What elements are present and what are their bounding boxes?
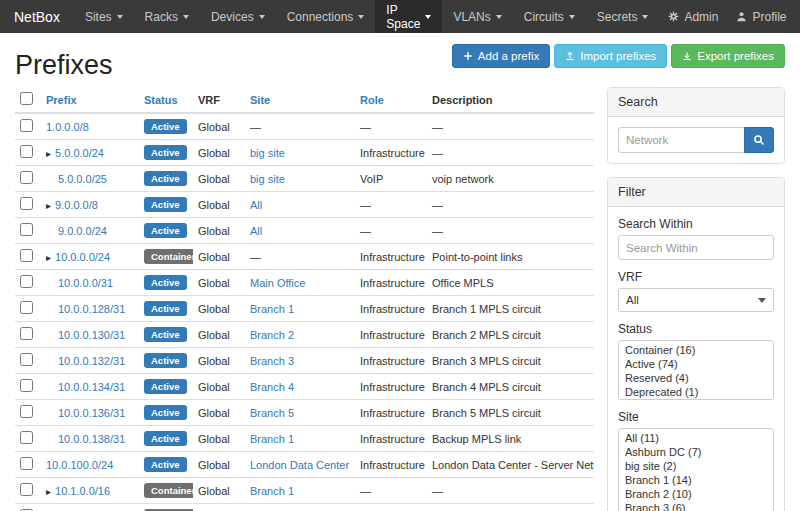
site-listbox[interactable]: All (11)Ashburn DC (7)big site (2)Branch…: [618, 428, 774, 511]
row-checkbox[interactable]: [20, 353, 33, 366]
add-prefix-button[interactable]: Add a prefix: [452, 44, 550, 68]
nav-item-profile[interactable]: Profile: [727, 0, 795, 33]
site-link[interactable]: Main Office: [250, 277, 305, 289]
column-header-status[interactable]: Status: [139, 87, 193, 113]
filter-option[interactable]: Ashburn DC (7): [619, 445, 773, 459]
row-checkbox[interactable]: [20, 249, 33, 262]
site-link[interactable]: Branch 1: [250, 303, 294, 315]
role-cell: —: [355, 218, 427, 244]
site-link[interactable]: Branch 2: [250, 329, 294, 341]
nav-item-vlans[interactable]: VLANs: [442, 0, 512, 33]
filter-option[interactable]: Deprecated (1): [619, 385, 773, 399]
row-checkbox[interactable]: [20, 119, 33, 132]
prefix-link[interactable]: 1.0.0.0/8: [46, 121, 89, 133]
row-checkbox[interactable]: [20, 171, 33, 184]
prefix-link[interactable]: 5.0.0.0/24: [55, 147, 104, 159]
import-prefixes-button[interactable]: Import prefixes: [554, 44, 667, 68]
prefix-link[interactable]: 9.0.0.0/8: [55, 199, 98, 211]
site-link[interactable]: Branch 1: [250, 485, 294, 497]
filter-option[interactable]: Container (16): [619, 343, 773, 357]
expand-caret-icon[interactable]: ▸: [46, 486, 51, 497]
nav-item-connections[interactable]: Connections: [276, 0, 376, 33]
app-logo[interactable]: NetBox: [0, 0, 74, 33]
description-cell: —: [427, 192, 594, 218]
row-checkbox[interactable]: [20, 197, 33, 210]
filter-option[interactable]: Branch 2 (10): [619, 487, 773, 501]
export-prefixes-button[interactable]: Export prefixes: [671, 44, 785, 68]
nav-item-admin[interactable]: Admin: [659, 0, 727, 33]
site-link[interactable]: All: [250, 199, 262, 211]
nav-item-label: Connections: [287, 10, 354, 24]
nav-item-racks[interactable]: Racks: [134, 0, 200, 33]
site-link[interactable]: Branch 3: [250, 355, 294, 367]
search-button[interactable]: [744, 127, 774, 153]
filter-option[interactable]: Reserved (4): [619, 371, 773, 385]
nav-item-log-out[interactable]: Log out: [795, 0, 800, 33]
row-checkbox[interactable]: [20, 405, 33, 418]
prefix-link[interactable]: 10.1.0.0/16: [55, 485, 110, 497]
nav-item-secrets[interactable]: Secrets: [586, 0, 660, 33]
row-checkbox[interactable]: [20, 483, 33, 496]
button-label: Add a prefix: [478, 50, 539, 62]
prefix-link[interactable]: 10.0.0.130/31: [58, 329, 125, 341]
search-input[interactable]: [618, 127, 744, 153]
role-cell: —: [355, 478, 427, 504]
nav-item-devices[interactable]: Devices: [200, 0, 276, 33]
role-cell: Infrastructure: [355, 140, 427, 166]
prefix-link[interactable]: 10.0.0.136/31: [58, 407, 125, 419]
prefix-link[interactable]: 9.0.0.0/24: [58, 225, 107, 237]
search-within-input[interactable]: [618, 235, 774, 260]
prefix-link[interactable]: 10.0.0.132/31: [58, 355, 125, 367]
row-checkbox[interactable]: [20, 379, 33, 392]
prefix-link[interactable]: 10.0.0.134/31: [58, 381, 125, 393]
prefix-link[interactable]: 5.0.0.0/25: [58, 173, 107, 185]
nav-item-ip-space[interactable]: IP Space: [375, 0, 442, 33]
column-header-role[interactable]: Role: [355, 87, 427, 113]
vrf-select[interactable]: All: [618, 288, 774, 312]
site-link[interactable]: Branch 5: [250, 407, 294, 419]
vrf-cell: Global: [193, 478, 245, 504]
column-header-site[interactable]: Site: [245, 87, 355, 113]
site-link[interactable]: Branch 4: [250, 381, 294, 393]
prefix-link[interactable]: 10.0.100.0/24: [46, 459, 113, 471]
site-cell: All: [245, 218, 355, 244]
select-all-checkbox[interactable]: [20, 92, 33, 105]
vrf-cell: Global: [193, 452, 245, 478]
site-link[interactable]: Branch 1: [250, 433, 294, 445]
row-checkbox[interactable]: [20, 275, 33, 288]
status-listbox[interactable]: Container (16)Active (74)Reserved (4)Dep…: [618, 340, 774, 400]
site-link[interactable]: big site: [250, 147, 285, 159]
filter-option[interactable]: big site (2): [619, 459, 773, 473]
prefix-link[interactable]: 10.0.0.0/24: [55, 251, 110, 263]
filter-option[interactable]: All (11): [619, 431, 773, 445]
site-link[interactable]: big site: [250, 173, 285, 185]
search-panel-title: Search: [608, 88, 784, 117]
expand-caret-icon[interactable]: ▸: [46, 200, 51, 211]
row-checkbox[interactable]: [20, 145, 33, 158]
row-checkbox[interactable]: [20, 223, 33, 236]
status-badge: Active: [144, 379, 187, 394]
tree-indent: [46, 234, 58, 235]
row-checkbox[interactable]: [20, 431, 33, 444]
site-link[interactable]: All: [250, 225, 262, 237]
prefix-link[interactable]: 10.0.0.128/31: [58, 303, 125, 315]
tree-indent: [46, 182, 58, 183]
expand-caret-icon[interactable]: ▸: [46, 148, 51, 159]
filter-option[interactable]: Active (74): [619, 357, 773, 371]
row-checkbox[interactable]: [20, 457, 33, 470]
filter-option[interactable]: Branch 3 (6): [619, 501, 773, 511]
tree-indent: [46, 416, 58, 417]
prefix-table-body: 1.0.0.0/8ActiveGlobal———▸5.0.0.0/24Activ…: [15, 113, 594, 511]
row-checkbox[interactable]: [20, 301, 33, 314]
sidebar: Search Filter Search Within VRF All Stat…: [607, 87, 785, 511]
nav-item-circuits[interactable]: Circuits: [513, 0, 586, 33]
column-header-prefix[interactable]: Prefix: [41, 87, 139, 113]
expand-caret-icon[interactable]: ▸: [46, 252, 51, 263]
prefix-link[interactable]: 10.0.0.0/31: [58, 277, 113, 289]
table-row: ▸10.0.0.0/24ContainerGlobal—Infrastructu…: [15, 244, 594, 270]
row-checkbox[interactable]: [20, 327, 33, 340]
filter-option[interactable]: Branch 1 (14): [619, 473, 773, 487]
nav-item-sites[interactable]: Sites: [74, 0, 134, 33]
site-link[interactable]: London Data Center: [250, 459, 349, 471]
prefix-link[interactable]: 10.0.0.138/31: [58, 433, 125, 445]
